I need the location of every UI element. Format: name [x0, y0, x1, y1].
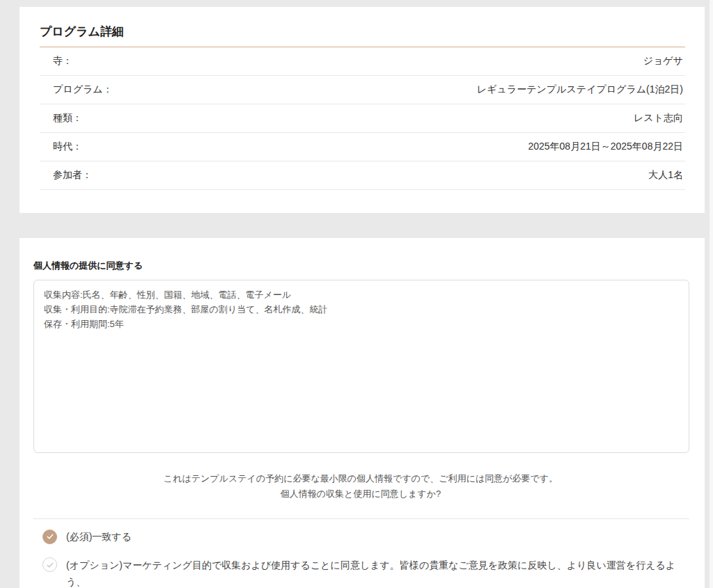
row-value: ジョゲサ — [643, 55, 683, 67]
table-row-temple: 寺： ジョゲサ — [40, 47, 685, 76]
program-details-table: 寺： ジョゲサ プログラム： レギュラーテンプルステイプログラム(1泊2日) 種… — [40, 47, 685, 190]
required-consent-checkbox[interactable] — [42, 530, 57, 544]
optional-consent-label-line1: (オプション)マーケティング目的で収集および使用することに同意します。皆様の貴重… — [66, 559, 675, 587]
row-value: レギュラーテンプルステイプログラム(1泊2日) — [477, 84, 683, 96]
row-value: 大人1名 — [648, 169, 683, 182]
optional-consent-checkbox[interactable] — [42, 557, 57, 572]
program-details-title: プログラム詳細 — [40, 7, 685, 47]
consent-notice: これはテンプルステイの予約に必要な最小限の個人情報ですので、ご利用には同意が必要… — [33, 471, 688, 502]
table-row-program: プログラム： レギュラーテンプルステイプログラム(1泊2日) — [40, 76, 685, 104]
section-divider — [33, 518, 689, 519]
program-details-card: プログラム詳細 寺： ジョゲサ プログラム： レギュラーテンプルステイプログラム… — [19, 7, 705, 213]
privacy-policy-textbox[interactable]: 収集内容:氏名、年齢、性別、国籍、地域、電話、電子メール 収集・利用目的:寺院滞… — [33, 280, 689, 453]
table-row-participants: 参加者： 大人1名 — [40, 161, 685, 190]
required-consent-option[interactable]: (必須)一致する — [42, 528, 688, 545]
table-row-period: 時代： 2025年08月21日～2025年08月22日 — [40, 133, 685, 161]
optional-consent-label: (オプション)マーケティング目的で収集および使用することに同意します。皆様の貴重… — [66, 557, 688, 588]
row-label: 種類： — [53, 112, 82, 125]
privacy-consent-card: 個人情報の提供に同意する 収集内容:氏名、年齢、性別、国籍、地域、電話、電子メー… — [19, 238, 705, 588]
row-label: 参加者： — [53, 169, 92, 182]
table-row-type: 種類： レスト志向 — [40, 104, 685, 133]
consent-notice-line2: 個人情報の収集と使用に同意しますか? — [33, 486, 688, 502]
optional-consent-option[interactable]: (オプション)マーケティング目的で収集および使用することに同意します。皆様の貴重… — [42, 557, 688, 588]
scrollbar-track[interactable] — [710, 0, 713, 588]
row-value: レスト志向 — [634, 112, 683, 125]
row-value: 2025年08月21日～2025年08月22日 — [528, 141, 683, 153]
row-label: 時代： — [53, 141, 82, 153]
page: { "program_details": { "title": "プログラム詳細… — [0, 0, 713, 588]
required-consent-label: (必須)一致する — [66, 528, 132, 545]
row-label: 寺： — [53, 55, 72, 67]
privacy-consent-heading: 個人情報の提供に同意する — [33, 260, 688, 272]
check-icon — [46, 561, 54, 569]
consent-notice-line1: これはテンプルステイの予約に必要な最小限の個人情報ですので、ご利用には同意が必要… — [33, 471, 688, 486]
check-icon — [46, 532, 54, 541]
row-label: プログラム： — [53, 84, 113, 96]
